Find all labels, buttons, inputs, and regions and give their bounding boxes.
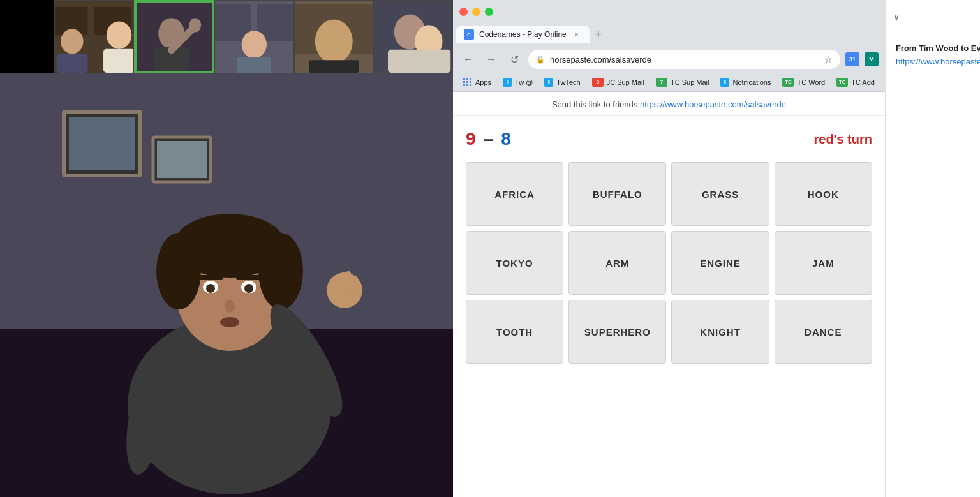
card-hook[interactable]: HOOK bbox=[775, 162, 872, 226]
chat-sender-1: From Tim Wood to Everyone: bbox=[896, 43, 980, 53]
chat-link-1[interactable]: https://www.horsepaste.com/salsaverde bbox=[896, 57, 980, 66]
address-text: horsepaste.com/salsaverde bbox=[550, 55, 819, 64]
svg-point-36 bbox=[156, 233, 201, 309]
svg-point-37 bbox=[258, 233, 303, 309]
bookmark-star-icon[interactable]: ☆ bbox=[824, 54, 833, 64]
chat-messages: From Tim Wood to Everyone: https://www.h… bbox=[886, 33, 980, 497]
share-link-text: Send this link to friends: bbox=[552, 100, 640, 109]
bookmark-jc-label: JC Sup Mail bbox=[607, 78, 644, 86]
card-knight[interactable]: KNIGHT bbox=[671, 300, 769, 364]
svg-point-44 bbox=[225, 300, 235, 313]
share-link-url[interactable]: https://www.horsepaste.com/salsaverde bbox=[640, 100, 786, 109]
tab-favicon: C bbox=[464, 29, 474, 40]
card-dance[interactable]: DANCE bbox=[775, 300, 872, 364]
bookmark-tc-add[interactable]: TC TC Add bbox=[831, 75, 880, 89]
tab-bar: C Codenames - Play Online × + bbox=[453, 23, 885, 46]
apps-icon bbox=[463, 78, 472, 87]
chrome-frame: C Codenames - Play Online × + ← → ↺ bbox=[453, 0, 885, 92]
card-buffalo[interactable]: BUFFALO bbox=[568, 162, 666, 226]
forward-button[interactable]: → bbox=[482, 50, 500, 68]
card-tokyo[interactable]: TOKYO bbox=[466, 231, 563, 295]
jc-icon: 8 bbox=[592, 78, 604, 87]
svg-rect-6 bbox=[103, 49, 133, 73]
window-controls bbox=[459, 8, 493, 16]
card-tooth[interactable]: TOOTH bbox=[466, 300, 563, 364]
browser-tab[interactable]: C Codenames - Play Online × bbox=[456, 26, 590, 43]
svg-point-11 bbox=[189, 18, 201, 32]
maximize-button[interactable] bbox=[485, 8, 493, 16]
refresh-button[interactable]: ↺ bbox=[505, 50, 523, 68]
card-superhero[interactable]: SUPERHERO bbox=[568, 300, 666, 364]
bookmark-tw-notif[interactable]: 𝕋 Notifications bbox=[715, 75, 776, 89]
bookmark-tc-add-label: TC Add bbox=[851, 78, 875, 86]
card-jam[interactable]: JAM bbox=[775, 231, 872, 295]
video-area bbox=[0, 0, 453, 497]
svg-rect-43 bbox=[236, 275, 262, 280]
tc-add-icon: TC bbox=[836, 78, 848, 87]
twitter-icon-3: 𝕋 bbox=[720, 78, 729, 87]
bookmark-apps-label: Apps bbox=[475, 78, 491, 86]
bookmark-tw1-label: Tw @ bbox=[515, 78, 533, 86]
score-blue: 8 bbox=[501, 129, 511, 149]
back-button[interactable]: ← bbox=[459, 50, 477, 68]
address-bar[interactable]: 🔒 horsepaste.com/salsaverde ☆ bbox=[528, 50, 840, 69]
svg-rect-50 bbox=[353, 276, 358, 294]
svg-rect-28 bbox=[69, 117, 135, 170]
svg-rect-48 bbox=[338, 274, 343, 293]
thumbnail-4[interactable] bbox=[294, 0, 374, 73]
thumbnail-2[interactable] bbox=[134, 0, 215, 73]
tc-icon: 7 bbox=[656, 78, 667, 87]
tab-title: Codenames - Play Online bbox=[479, 30, 567, 39]
new-tab-button[interactable]: + bbox=[590, 26, 607, 43]
bookmark-notif-label: Notifications bbox=[732, 78, 771, 86]
title-bar bbox=[453, 0, 885, 23]
card-grass[interactable]: GRASS bbox=[671, 162, 769, 226]
bookmark-tc-word-label: TC Word bbox=[797, 78, 825, 86]
bookmark-jc[interactable]: 8 JC Sup Mail bbox=[587, 75, 650, 89]
bookmark-tw1[interactable]: 𝕋 Tw @ bbox=[498, 75, 538, 89]
score-red: 9 bbox=[466, 129, 476, 149]
svg-rect-24 bbox=[388, 50, 450, 73]
thumbnail-5[interactable] bbox=[373, 0, 453, 73]
calendar-extension-button[interactable]: 31 bbox=[845, 52, 859, 66]
close-button[interactable] bbox=[459, 8, 468, 16]
svg-point-41 bbox=[244, 284, 253, 293]
lock-icon: 🔒 bbox=[536, 56, 545, 64]
thumbnail-1[interactable] bbox=[54, 0, 134, 73]
game-area: 9 – 8 red's turn AFRICABUFFALOGRASSHOOKT… bbox=[453, 116, 885, 497]
svg-point-3 bbox=[61, 29, 83, 54]
chat-message-1: From Tim Wood to Everyone: https://www.h… bbox=[896, 43, 980, 67]
browser-area: C Codenames - Play Online × + ← → ↺ bbox=[453, 0, 885, 497]
score-row: 9 – 8 red's turn bbox=[466, 129, 872, 149]
thumbnail-3[interactable] bbox=[214, 0, 294, 73]
svg-point-40 bbox=[206, 284, 215, 293]
svg-point-15 bbox=[242, 31, 267, 58]
twitter-icon-1: 𝕋 bbox=[503, 78, 512, 87]
card-engine[interactable]: ENGINE bbox=[671, 231, 769, 295]
meet-extension-button[interactable]: M bbox=[865, 52, 879, 66]
bookmark-twtech[interactable]: 𝕋 TwTech bbox=[539, 75, 585, 89]
share-link-bar: Send this link to friends:https://www.ho… bbox=[453, 92, 885, 116]
svg-rect-20 bbox=[309, 60, 359, 73]
svg-rect-4 bbox=[56, 54, 87, 73]
score-dash: – bbox=[484, 129, 494, 149]
chat-collapse-button[interactable]: ∨ bbox=[893, 11, 900, 22]
svg-point-19 bbox=[315, 19, 353, 63]
tab-close-button[interactable]: × bbox=[572, 29, 582, 40]
bookmark-tc[interactable]: 7 TC Sup Mail bbox=[651, 75, 715, 89]
card-africa[interactable]: AFRICA bbox=[466, 162, 563, 226]
twitter-icon-2: 𝕋 bbox=[544, 78, 553, 87]
svg-rect-49 bbox=[346, 271, 351, 292]
bookmark-tc-word[interactable]: TC TC Word bbox=[777, 75, 830, 89]
card-arm[interactable]: ARM bbox=[568, 231, 666, 295]
tc-word-icon: TC bbox=[782, 78, 794, 87]
svg-rect-16 bbox=[237, 57, 271, 73]
turn-indicator: red's turn bbox=[813, 132, 872, 147]
bookmark-apps[interactable]: Apps bbox=[458, 75, 496, 89]
address-bar-row: ← → ↺ 🔒 horsepaste.com/salsaverde ☆ 31 M bbox=[453, 46, 885, 73]
minimize-button[interactable] bbox=[472, 8, 480, 16]
svg-rect-30 bbox=[157, 141, 207, 178]
main-video bbox=[0, 73, 453, 497]
bookmark-twtech-label: TwTech bbox=[556, 78, 580, 86]
bookmark-tc-label: TC Sup Mail bbox=[671, 78, 709, 86]
